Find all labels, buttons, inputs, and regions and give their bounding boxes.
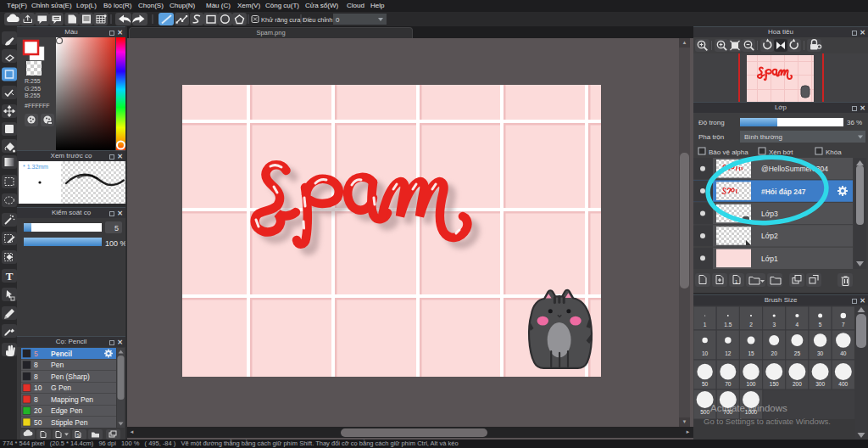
svg-text:Stipple Pen: Stipple Pen — [51, 418, 88, 427]
svg-text:10: 10 — [34, 384, 42, 392]
svg-text:50: 50 — [34, 418, 42, 427]
svg-text:Lớp3: Lớp3 — [761, 210, 778, 218]
svg-text:40: 40 — [840, 350, 847, 356]
svg-text:G Pen: G Pen — [51, 384, 71, 392]
svg-text:5: 5 — [114, 224, 119, 232]
svg-text:10: 10 — [702, 350, 709, 356]
svg-text:T: T — [6, 270, 14, 283]
svg-text:Pen (Sharp): Pen (Sharp) — [51, 372, 90, 381]
svg-text:5: 5 — [34, 350, 38, 358]
svg-text:30: 30 — [817, 350, 824, 356]
svg-text:G:255: G:255 — [25, 86, 41, 92]
svg-text:#FFFFFF: #FFFFFF — [25, 103, 50, 109]
svg-text:8: 8 — [34, 372, 38, 381]
svg-text:20: 20 — [34, 406, 42, 415]
svg-text:15: 15 — [748, 350, 754, 356]
svg-text:Khóa: Khóa — [826, 148, 842, 156]
svg-text:Bình thường: Bình thường — [744, 133, 782, 141]
svg-text:Bảo vệ alpha: Bảo vệ alpha — [709, 148, 748, 156]
svg-text:70: 70 — [725, 381, 732, 387]
svg-text:150: 150 — [770, 381, 779, 387]
svg-text:200: 200 — [793, 381, 802, 387]
svg-text:Lớp1: Lớp1 — [761, 255, 778, 263]
svg-text:S: S — [77, 433, 81, 438]
svg-text:0: 0 — [336, 16, 340, 24]
svg-text:5: 5 — [819, 322, 822, 328]
svg-text:100: 100 — [747, 381, 756, 387]
svg-text:Mapping Pen: Mapping Pen — [51, 395, 93, 404]
svg-text:500: 500 — [700, 409, 709, 415]
svg-text:20: 20 — [771, 350, 778, 356]
svg-text:Khử răng cưa: Khử răng cưa — [261, 16, 301, 24]
svg-text:2: 2 — [749, 322, 753, 328]
svg-text:50: 50 — [702, 381, 709, 387]
svg-text:36 %: 36 % — [847, 119, 862, 126]
svg-text:4: 4 — [796, 322, 799, 328]
svg-text:Xén bớt: Xén bớt — [769, 148, 793, 156]
svg-text:12: 12 — [725, 350, 732, 356]
svg-text:Lớp2: Lớp2 — [761, 232, 778, 240]
svg-text:400: 400 — [838, 381, 848, 387]
svg-text:8: 8 — [34, 395, 38, 404]
svg-text:1: 1 — [704, 322, 707, 328]
svg-text:1.5: 1.5 — [724, 322, 732, 328]
svg-text:Độ trong: Độ trong — [698, 119, 725, 126]
svg-text:B:255: B:255 — [25, 92, 40, 98]
svg-text:Edge Pen: Edge Pen — [51, 406, 83, 415]
svg-text:#Hỏi đáp 247: #Hỏi đáp 247 — [761, 188, 806, 196]
svg-text:100 %: 100 % — [105, 239, 125, 248]
svg-text:25: 25 — [794, 350, 801, 356]
svg-text:R:255: R:255 — [25, 78, 41, 84]
svg-text:Điều chỉnh: Điều chỉnh — [303, 16, 332, 24]
svg-text:Pen: Pen — [51, 361, 64, 369]
svg-text:8: 8 — [34, 361, 38, 369]
svg-text:* 1.32mm: * 1.32mm — [23, 164, 48, 170]
svg-text:7: 7 — [842, 322, 845, 328]
svg-text:3: 3 — [772, 322, 776, 328]
svg-text:Pha trộn: Pha trộn — [698, 133, 724, 141]
svg-text:300: 300 — [815, 381, 825, 387]
svg-text:Pencil: Pencil — [51, 350, 72, 358]
